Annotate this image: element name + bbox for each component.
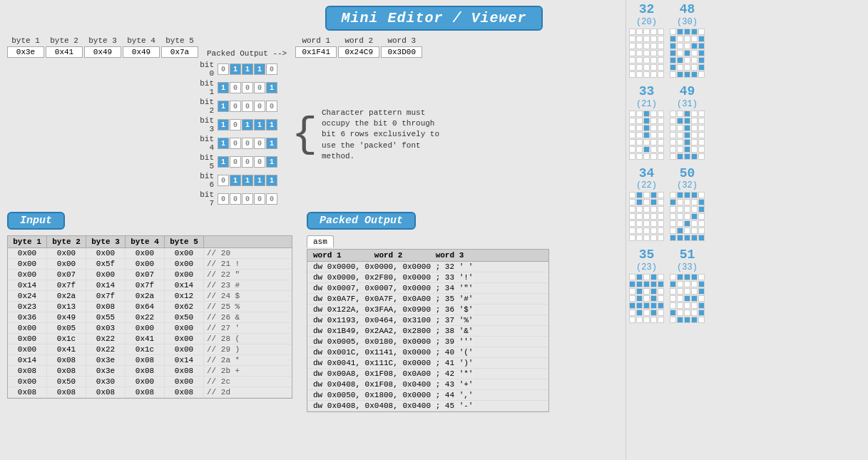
- input-cell-r12-c3[interactable]: 0x00: [126, 377, 165, 387]
- input-cell-r10-c2[interactable]: 0x3e: [86, 355, 126, 365]
- input-cell-r4-c0[interactable]: 0x24: [8, 291, 47, 301]
- input-cell-r7-c3[interactable]: 0x00: [126, 323, 165, 333]
- input-cell-r6-c0[interactable]: 0x36: [8, 312, 47, 322]
- bit-cell-r3-c2[interactable]: 1: [242, 119, 253, 131]
- bit-cell-r1-c3[interactable]: 0: [254, 82, 265, 93]
- input-cell-r12-c2[interactable]: 0x30: [86, 377, 126, 387]
- input-cell-r0-c1[interactable]: 0x00: [47, 248, 86, 258]
- input-cell-r13-c0[interactable]: 0x08: [8, 387, 47, 397]
- input-cell-r10-c3[interactable]: 0x08: [126, 355, 165, 365]
- input-cell-r11-c3[interactable]: 0x08: [126, 366, 165, 376]
- bit-cell-r7-c3[interactable]: 0: [254, 193, 265, 205]
- input-cell-r9-c2[interactable]: 0x22: [86, 344, 126, 354]
- bit-cell-r7-c2[interactable]: 0: [242, 193, 253, 205]
- bit-cell-r7-c1[interactable]: 0: [230, 193, 241, 205]
- bit-cell-r5-c0[interactable]: 1: [218, 156, 229, 168]
- input-cell-r2-c1[interactable]: 0x07: [47, 270, 86, 280]
- byte5-value-top[interactable]: 0x7a: [161, 46, 198, 58]
- bit-cell-r3-c0[interactable]: 1: [218, 119, 229, 131]
- input-cell-r5-c3[interactable]: 0x64: [126, 302, 165, 312]
- input-cell-r13-c4[interactable]: 0x08: [165, 387, 204, 397]
- bit-cell-r2-c0[interactable]: 1: [218, 101, 229, 112]
- bit-cell-r6-c2[interactable]: 1: [242, 175, 253, 186]
- input-cell-r2-c4[interactable]: 0x00: [165, 270, 204, 280]
- bit-cell-r0-c4[interactable]: 0: [266, 63, 277, 75]
- bit-cell-r5-c1[interactable]: 0: [230, 156, 241, 168]
- input-cell-r8-c1[interactable]: 0x1c: [47, 334, 86, 344]
- bit-cell-r6-c3[interactable]: 1: [254, 175, 265, 186]
- word2-value-top[interactable]: 0x24C9: [338, 46, 379, 58]
- input-cell-r5-c0[interactable]: 0x23: [8, 302, 47, 312]
- input-cell-r9-c1[interactable]: 0x41: [47, 344, 86, 354]
- input-cell-r9-c3[interactable]: 0x1c: [126, 344, 165, 354]
- input-cell-r10-c0[interactable]: 0x14: [8, 355, 47, 365]
- input-cell-r5-c1[interactable]: 0x13: [47, 302, 86, 312]
- bit-cell-r1-c2[interactable]: 0: [242, 82, 253, 93]
- input-cell-r12-c1[interactable]: 0x50: [47, 377, 86, 387]
- input-cell-r12-c0[interactable]: 0x00: [8, 377, 47, 387]
- input-cell-r1-c4[interactable]: 0x00: [165, 259, 204, 269]
- input-cell-r11-c0[interactable]: 0x08: [8, 366, 47, 376]
- input-cell-r5-c2[interactable]: 0x08: [86, 302, 126, 312]
- bit-cell-r3-c3[interactable]: 1: [254, 119, 265, 131]
- bit-cell-r4-c3[interactable]: 0: [254, 138, 265, 149]
- bit-cell-r4-c0[interactable]: 1: [218, 138, 229, 149]
- bit-cell-r1-c1[interactable]: 0: [230, 82, 241, 93]
- bit-cell-r0-c1[interactable]: 1: [230, 63, 241, 75]
- input-cell-r4-c3[interactable]: 0x2a: [126, 291, 165, 301]
- input-cell-r3-c1[interactable]: 0x7f: [47, 280, 86, 290]
- input-cell-r0-c4[interactable]: 0x00: [165, 248, 204, 258]
- input-cell-r2-c0[interactable]: 0x00: [8, 270, 47, 280]
- input-cell-r10-c4[interactable]: 0x14: [165, 355, 204, 365]
- bit-cell-r5-c4[interactable]: 1: [266, 156, 277, 168]
- input-cell-r8-c4[interactable]: 0x00: [165, 334, 204, 344]
- bit-cell-r2-c4[interactable]: 0: [266, 101, 277, 112]
- bit-cell-r3-c1[interactable]: 0: [230, 119, 241, 131]
- bit-cell-r1-c0[interactable]: 1: [218, 82, 229, 93]
- input-cell-r2-c2[interactable]: 0x00: [86, 270, 126, 280]
- input-cell-r13-c1[interactable]: 0x08: [47, 387, 86, 397]
- byte3-value-top[interactable]: 0x49: [84, 46, 121, 58]
- bit-cell-r0-c3[interactable]: 1: [254, 63, 265, 75]
- word3-value-top[interactable]: 0x3D00: [381, 46, 422, 58]
- byte1-value-top[interactable]: 0x3e: [7, 46, 44, 58]
- bit-cell-r6-c4[interactable]: 1: [266, 175, 277, 186]
- bit-cell-r3-c4[interactable]: 1: [266, 119, 277, 131]
- bit-cell-r2-c1[interactable]: 0: [230, 101, 241, 112]
- bit-cell-r6-c0[interactable]: 0: [218, 175, 229, 186]
- input-cell-r1-c3[interactable]: 0x00: [126, 259, 165, 269]
- input-cell-r1-c1[interactable]: 0x00: [47, 259, 86, 269]
- input-cell-r9-c4[interactable]: 0x00: [165, 344, 204, 354]
- input-cell-r3-c0[interactable]: 0x14: [8, 280, 47, 290]
- input-cell-r0-c3[interactable]: 0x00: [126, 248, 165, 258]
- bit-cell-r5-c2[interactable]: 0: [242, 156, 253, 168]
- input-cell-r7-c4[interactable]: 0x00: [165, 323, 204, 333]
- bit-cell-r2-c2[interactable]: 0: [242, 101, 253, 112]
- input-cell-r6-c3[interactable]: 0x22: [126, 312, 165, 322]
- input-cell-r6-c1[interactable]: 0x49: [47, 312, 86, 322]
- input-cell-r4-c2[interactable]: 0x7f: [86, 291, 126, 301]
- input-cell-r7-c0[interactable]: 0x00: [8, 323, 47, 333]
- input-cell-r3-c3[interactable]: 0x7f: [126, 280, 165, 290]
- bit-cell-r5-c3[interactable]: 0: [254, 156, 265, 168]
- input-cell-r11-c2[interactable]: 0x3e: [86, 366, 126, 376]
- input-cell-r9-c0[interactable]: 0x00: [8, 344, 47, 354]
- bit-cell-r7-c0[interactable]: 0: [218, 193, 229, 205]
- input-cell-r4-c4[interactable]: 0x12: [165, 291, 204, 301]
- input-cell-r6-c4[interactable]: 0x50: [165, 312, 204, 322]
- bit-cell-r2-c3[interactable]: 0: [254, 101, 265, 112]
- bit-cell-r0-c2[interactable]: 1: [242, 63, 253, 75]
- tab-asm[interactable]: asm: [307, 235, 334, 247]
- input-cell-r7-c1[interactable]: 0x05: [47, 323, 86, 333]
- input-cell-r10-c1[interactable]: 0x08: [47, 355, 86, 365]
- input-cell-r6-c2[interactable]: 0x55: [86, 312, 126, 322]
- byte2-value-top[interactable]: 0x41: [46, 46, 83, 58]
- bit-cell-r4-c2[interactable]: 0: [242, 138, 253, 149]
- input-cell-r12-c4[interactable]: 0x00: [165, 377, 204, 387]
- bit-cell-r0-c0[interactable]: 0: [218, 63, 229, 75]
- input-cell-r13-c2[interactable]: 0x08: [86, 387, 126, 397]
- byte4-value-top[interactable]: 0x49: [123, 46, 160, 58]
- input-cell-r7-c2[interactable]: 0x03: [86, 323, 126, 333]
- word1-value-top[interactable]: 0x1F41: [295, 46, 337, 58]
- bit-cell-r4-c1[interactable]: 0: [230, 138, 241, 149]
